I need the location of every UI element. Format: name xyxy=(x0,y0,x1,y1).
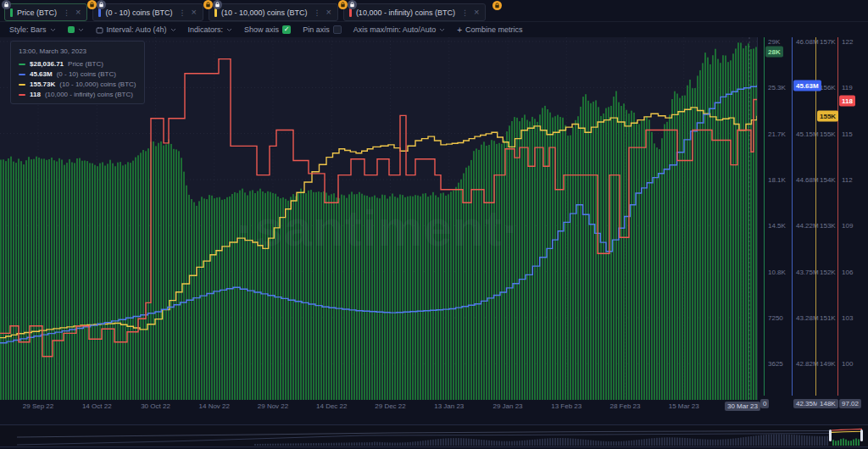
axis-tick-label: 156K xyxy=(820,84,836,91)
tab-close-icon[interactable]: × xyxy=(75,8,81,17)
tab-close-icon[interactable]: × xyxy=(326,8,331,17)
tooltip-timestamp: 13:00, March 30, 2023 xyxy=(19,47,136,55)
x-axis-label: 13 Jan 23 xyxy=(434,402,464,410)
tab-label: (0 - 10) coins (BTC) xyxy=(105,8,172,17)
last-value-badge-coins-10k-inf: 118 xyxy=(839,96,855,107)
minimap-handle-left[interactable] xyxy=(829,430,832,441)
axis-maxmin-dropdown[interactable]: Axis max/min: Auto/Auto xyxy=(353,25,446,34)
axis-tick-label: 103 xyxy=(842,313,853,321)
checkbox-unchecked-icon[interactable] xyxy=(333,25,342,34)
axis-bottom-label: 97.02 xyxy=(839,399,861,408)
tooltip-label: (10 - 10,000) coins (BTC) xyxy=(59,80,136,88)
x-axis-label: 29 Nov 22 xyxy=(258,402,288,410)
color-swatch xyxy=(68,26,75,33)
premium-lock-icon[interactable] xyxy=(492,1,502,10)
chevron-down-icon xyxy=(439,28,445,32)
axis-tick-label: 152K xyxy=(820,268,836,275)
premium-lock-icon[interactable] xyxy=(203,0,213,9)
x-axis-label: 29 Jan 23 xyxy=(492,402,522,410)
minimap-handle-right[interactable] xyxy=(860,430,863,441)
axis-tick-label: 29K xyxy=(768,38,780,46)
color-swatch-dropdown[interactable] xyxy=(68,26,84,33)
crosshair-tooltip: 13:00, March 30, 2023 $28,036.71 Price (… xyxy=(10,41,145,104)
pin-axis-label: Pin axis xyxy=(303,25,330,34)
axis-maxmin-label: Axis max/min: Auto/Auto xyxy=(353,25,437,34)
tab-menu-icon[interactable]: ⋮ xyxy=(313,8,320,17)
series-dash-icon xyxy=(19,94,25,96)
tab-menu-icon[interactable]: ⋮ xyxy=(461,8,469,17)
lock-icon[interactable] xyxy=(2,0,11,9)
last-value-badge-price: 28K xyxy=(765,47,783,58)
x-axis-label: 14 Nov 22 xyxy=(199,402,230,410)
axis-line-price[interactable] xyxy=(764,37,765,396)
axis-tick-label: 109 xyxy=(842,222,853,230)
series-dash-icon xyxy=(19,84,25,86)
tooltip-row: 118 (10,000 - infinity) coins (BTC) xyxy=(19,91,136,98)
axis-bottom-label: 148K xyxy=(817,399,838,408)
x-axis-label: 15 Mar 23 xyxy=(669,402,699,410)
last-value-badge-coins-10-10k: 155K xyxy=(817,111,838,122)
tab-label: Price (BTC) xyxy=(17,8,57,17)
pin-axis-toggle[interactable]: Pin axis xyxy=(303,25,342,34)
metric-color-bar xyxy=(98,8,101,17)
axis-tick-label: 153K xyxy=(820,222,836,230)
last-value-badge-coins-0-10: 45.63M xyxy=(793,80,821,91)
axis-tick-label: 14.5K xyxy=(768,222,786,230)
style-dropdown[interactable]: Style: Bars xyxy=(9,25,56,34)
chevron-down-icon xyxy=(50,28,56,32)
lock-icon[interactable] xyxy=(213,0,222,9)
tooltip-value: $28,036.71 xyxy=(30,60,64,68)
metric-color-bar xyxy=(349,8,352,17)
lock-icon[interactable] xyxy=(348,0,357,9)
interval-dropdown[interactable]: Interval: Auto (4h) xyxy=(96,25,176,34)
series-dash-icon xyxy=(19,64,25,65)
tab-10-10000-coins[interactable]: (10 - 10,000) coins (BTC) ⋮ × xyxy=(209,3,338,21)
tab-10000-infinity-coins[interactable]: (10,000 - infinity) coins (BTC) ⋮ × xyxy=(343,3,486,21)
x-axis-label: 28 Feb 23 xyxy=(609,402,640,410)
tab-label: (10 - 10,000) coins (BTC) xyxy=(221,8,308,17)
tooltip-label: (10,000 - infinity) coins (BTC) xyxy=(45,91,133,98)
axis-tick-label: 119 xyxy=(842,84,853,91)
axis-line-coins-0-10[interactable] xyxy=(792,37,793,396)
x-axis-label: 29 Sep 22 xyxy=(23,402,53,410)
tab-menu-icon[interactable]: ⋮ xyxy=(178,8,186,17)
axis-tick-label: 154K xyxy=(820,175,836,183)
axis-tick-label: 157K xyxy=(820,38,836,46)
x-axis-label: 13 Feb 23 xyxy=(551,402,581,410)
metric-color-bar xyxy=(214,8,217,17)
style-label: Style: Bars xyxy=(9,25,47,34)
tab-close-icon[interactable]: × xyxy=(191,8,196,17)
tooltip-row: 45.63M (0 - 10) coins (BTC) xyxy=(19,70,136,78)
axis-tick-label: 25.3K xyxy=(768,84,786,91)
axis-tick-label: 21.7K xyxy=(768,130,786,137)
show-axis-toggle[interactable]: Show axis ✓ xyxy=(244,25,291,34)
chart-toolbar: Style: Bars Interval: Auto (4h) Indicato… xyxy=(0,23,868,36)
show-axis-label: Show axis xyxy=(244,25,279,34)
minimap-selection[interactable] xyxy=(829,429,863,446)
tab-close-icon[interactable]: × xyxy=(474,8,479,17)
premium-lock-icon[interactable] xyxy=(338,0,348,9)
timeline-minimap[interactable] xyxy=(0,424,868,447)
axis-tick-label: 100 xyxy=(842,360,853,368)
premium-lock-icon[interactable] xyxy=(87,0,97,9)
calendar-icon xyxy=(96,26,103,34)
axis-bottom-label: 0 xyxy=(760,399,769,408)
series-dash-icon xyxy=(19,74,25,75)
axis-line-coins-10k-inf[interactable] xyxy=(837,37,838,396)
checkbox-checked-icon[interactable]: ✓ xyxy=(282,25,291,34)
axis-tick-label: 112 xyxy=(842,175,853,183)
tab-0-10-coins[interactable]: (0 - 10) coins (BTC) ⋮ × xyxy=(92,3,203,21)
tooltip-value: 155.73K xyxy=(30,80,55,88)
tooltip-value: 118 xyxy=(30,91,41,98)
chevron-down-icon xyxy=(170,28,176,32)
tab-menu-icon[interactable]: ⋮ xyxy=(63,8,70,17)
metric-color-bar xyxy=(10,8,13,17)
indicators-dropdown[interactable]: Indicators: xyxy=(188,25,233,34)
tab-price-btc[interactable]: Price (BTC) ⋮ × xyxy=(4,3,87,21)
combine-metrics-label: Combine metrics xyxy=(465,25,523,34)
metric-tab-bar: Price (BTC) ⋮ × (0 - 10) coins (BTC) ⋮ ×… xyxy=(0,0,868,22)
combine-metrics-button[interactable]: + Combine metrics xyxy=(457,25,522,35)
axis-tick-label: 3625 xyxy=(768,360,783,368)
axis-tick-label: 106 xyxy=(842,268,853,275)
tooltip-row: $28,036.71 Price (BTC) xyxy=(19,60,136,68)
